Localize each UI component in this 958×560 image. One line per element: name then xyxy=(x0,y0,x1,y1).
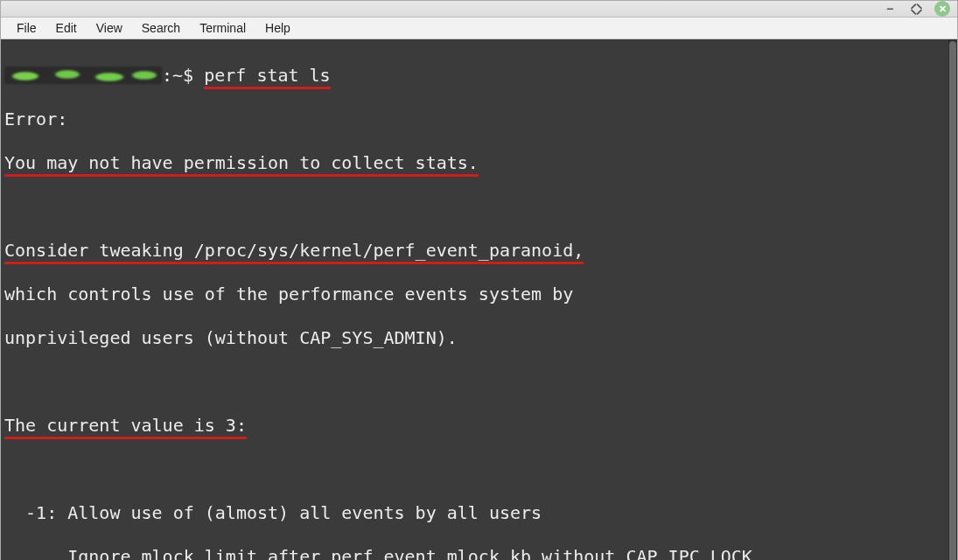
output-line: You may not have permission to collect s… xyxy=(4,152,479,174)
output-line: -1: Allow use of (almost) all events by … xyxy=(4,502,943,524)
terminal-area: :~$ perf stat ls Error: You may not have… xyxy=(1,39,957,560)
output-line: The current value is 3: xyxy=(4,415,247,437)
terminal-scrollbar[interactable] xyxy=(948,39,957,560)
close-button[interactable] xyxy=(934,1,950,17)
window-titlebar xyxy=(1,1,957,18)
menu-file[interactable]: File xyxy=(8,18,45,38)
command-text: perf stat ls xyxy=(204,65,331,87)
menu-search[interactable]: Search xyxy=(133,18,189,38)
output-line: Error: xyxy=(4,108,943,130)
terminal-window: File Edit View Search Terminal Help :~$ … xyxy=(0,0,958,560)
output-line: unprivileged users (without CAP_SYS_ADMI… xyxy=(4,327,943,349)
output-line: Consider tweaking /proc/sys/kernel/perf_… xyxy=(4,240,584,262)
output-line: which controls use of the performance ev… xyxy=(4,284,943,305)
minimize-button[interactable] xyxy=(882,1,898,17)
output-line xyxy=(4,458,943,480)
scrollbar-thumb[interactable] xyxy=(949,41,956,560)
output-line xyxy=(4,196,943,218)
maximize-button[interactable] xyxy=(908,1,924,17)
maximize-icon xyxy=(911,4,922,15)
menu-view[interactable]: View xyxy=(87,18,131,38)
menubar: File Edit View Search Terminal Help xyxy=(1,18,957,39)
terminal-content[interactable]: :~$ perf stat ls Error: You may not have… xyxy=(1,39,948,560)
menu-help[interactable]: Help xyxy=(256,18,299,38)
output-line: Ignore mlock limit after perf_event_mloc… xyxy=(4,546,943,560)
output-line xyxy=(4,371,943,393)
user-host-redacted xyxy=(4,66,162,84)
menu-edit[interactable]: Edit xyxy=(47,18,86,38)
prompt-separator: :~$ xyxy=(162,65,204,86)
menu-terminal[interactable]: Terminal xyxy=(191,18,255,38)
